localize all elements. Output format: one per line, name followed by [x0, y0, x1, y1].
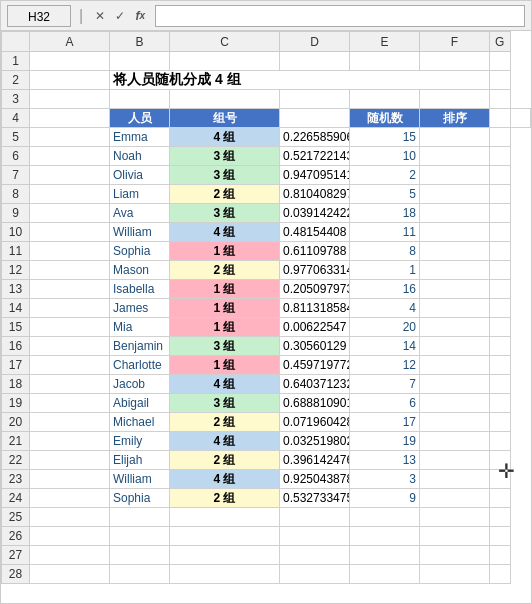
cell-empty-r25-c4[interactable]	[350, 508, 420, 527]
cell-empty-r26-c1[interactable]	[110, 527, 170, 546]
cell-empty-r27-c3[interactable]	[280, 546, 350, 565]
cell-group-15[interactable]: 1 组	[170, 318, 280, 337]
cell-rank-24[interactable]: 9	[350, 489, 420, 508]
cell-G10[interactable]	[490, 223, 511, 242]
cell-G12[interactable]	[490, 261, 511, 280]
col-header-F[interactable]: F	[420, 32, 490, 52]
header-paixu[interactable]: 排序	[420, 109, 490, 128]
cell-A4[interactable]	[30, 109, 110, 128]
cell-empty-r25-c0[interactable]	[30, 508, 110, 527]
cell-group-21[interactable]: 4 组	[170, 432, 280, 451]
cell-group-9[interactable]: 3 组	[170, 204, 280, 223]
cell-name-9[interactable]: Ava	[110, 204, 170, 223]
cell-A18[interactable]	[30, 375, 110, 394]
cell-F15[interactable]	[420, 318, 490, 337]
cell-empty-r27-c2[interactable]	[170, 546, 280, 565]
cell-empty-r27-c6[interactable]	[490, 546, 511, 565]
cell-name-12[interactable]: Mason	[110, 261, 170, 280]
cell-empty-r27-c0[interactable]	[30, 546, 110, 565]
cell-G14[interactable]	[490, 299, 511, 318]
cell-A15[interactable]	[30, 318, 110, 337]
cell-group-22[interactable]: 2 组	[170, 451, 280, 470]
cell-group-23[interactable]: 4 组	[170, 470, 280, 489]
cell-G20[interactable]	[490, 413, 511, 432]
cell-group-20[interactable]: 2 组	[170, 413, 280, 432]
cell-name-23[interactable]: William	[110, 470, 170, 489]
cell-D13[interactable]: 0.205097973	[280, 280, 350, 299]
cell-F24[interactable]	[420, 489, 490, 508]
cell-empty-r3-c1[interactable]	[110, 90, 170, 109]
cell-F21[interactable]	[420, 432, 490, 451]
cell-empty-r26-c6[interactable]	[490, 527, 511, 546]
cell-F23[interactable]	[420, 470, 490, 489]
cell-group-17[interactable]: 1 组	[170, 356, 280, 375]
cell-A12[interactable]	[30, 261, 110, 280]
cell-G11[interactable]	[490, 242, 511, 261]
title-cell[interactable]: 将人员随机分成 4 组	[110, 71, 490, 90]
cell-group-11[interactable]: 1 组	[170, 242, 280, 261]
cell-name-17[interactable]: Charlotte	[110, 356, 170, 375]
cell-F8[interactable]	[420, 185, 490, 204]
cell-group-19[interactable]: 3 组	[170, 394, 280, 413]
cell-empty-r27-c4[interactable]	[350, 546, 420, 565]
cell-F6[interactable]	[420, 147, 490, 166]
cell-group-24[interactable]: 2 组	[170, 489, 280, 508]
cell-name-11[interactable]: Sophia	[110, 242, 170, 261]
cell-A14[interactable]	[30, 299, 110, 318]
cell-empty-r25-c2[interactable]	[170, 508, 280, 527]
cell-A8[interactable]	[30, 185, 110, 204]
header-C4[interactable]	[280, 109, 350, 128]
cell-empty-r3-c4[interactable]	[350, 90, 420, 109]
cell-empty-r3-c2[interactable]	[170, 90, 280, 109]
cell-rank-17[interactable]: 12	[350, 356, 420, 375]
cell-empty-r25-c5[interactable]	[420, 508, 490, 527]
col-header-A[interactable]: A	[30, 32, 110, 52]
cell-rank-8[interactable]: 5	[350, 185, 420, 204]
cell-F17[interactable]	[420, 356, 490, 375]
cell-empty-r27-c5[interactable]	[420, 546, 490, 565]
cell-D18[interactable]: 0.640371232	[280, 375, 350, 394]
cell-A2[interactable]	[30, 71, 110, 90]
cell-name-16[interactable]: Benjamin	[110, 337, 170, 356]
cell-A13[interactable]	[30, 280, 110, 299]
cell-F13[interactable]	[420, 280, 490, 299]
cell-D6[interactable]: 0.521722143	[280, 147, 350, 166]
cell-D11[interactable]: 0.61109788	[280, 242, 350, 261]
cell-G8[interactable]	[490, 185, 511, 204]
cell-empty-r28-c1[interactable]	[110, 565, 170, 584]
cell-name-13[interactable]: Isabella	[110, 280, 170, 299]
cell-empty-r3-c0[interactable]	[30, 90, 110, 109]
cell-rank-21[interactable]: 19	[350, 432, 420, 451]
cell-rank-10[interactable]: 11	[350, 223, 420, 242]
cell-A9[interactable]	[30, 204, 110, 223]
cell-F22[interactable]	[420, 451, 490, 470]
cell-empty-r25-c3[interactable]	[280, 508, 350, 527]
cell-F20[interactable]	[420, 413, 490, 432]
cell-group-6[interactable]: 3 组	[170, 147, 280, 166]
cell-G9[interactable]	[490, 204, 511, 223]
col-header-B[interactable]: B	[110, 32, 170, 52]
cell-G6[interactable]	[490, 147, 511, 166]
cell-G16[interactable]	[490, 337, 511, 356]
cell-rank-22[interactable]: 13	[350, 451, 420, 470]
cell-rank-16[interactable]: 14	[350, 337, 420, 356]
cancel-icon[interactable]: ✕	[91, 7, 109, 25]
cell-empty-r25-c6[interactable]	[490, 508, 511, 527]
cell-A19[interactable]	[30, 394, 110, 413]
cell-group-13[interactable]: 1 组	[170, 280, 280, 299]
cell-D15[interactable]: 0.00622547	[280, 318, 350, 337]
header-G4[interactable]	[510, 109, 531, 128]
cell-rank-23[interactable]: 3	[350, 470, 420, 489]
confirm-icon[interactable]: ✓	[111, 7, 129, 25]
cell-name-8[interactable]: Liam	[110, 185, 170, 204]
cell-empty-r28-c4[interactable]	[350, 565, 420, 584]
cell-name-10[interactable]: William	[110, 223, 170, 242]
cell-G19[interactable]	[490, 394, 511, 413]
cell-G21[interactable]	[490, 432, 511, 451]
cell-group-8[interactable]: 2 组	[170, 185, 280, 204]
col-header-D[interactable]: D	[280, 32, 350, 52]
cell-G17[interactable]	[490, 356, 511, 375]
cell-name-19[interactable]: Abigail	[110, 394, 170, 413]
cell-empty-r3-c6[interactable]	[490, 90, 511, 109]
header-zuohao[interactable]: 组号	[170, 109, 280, 128]
